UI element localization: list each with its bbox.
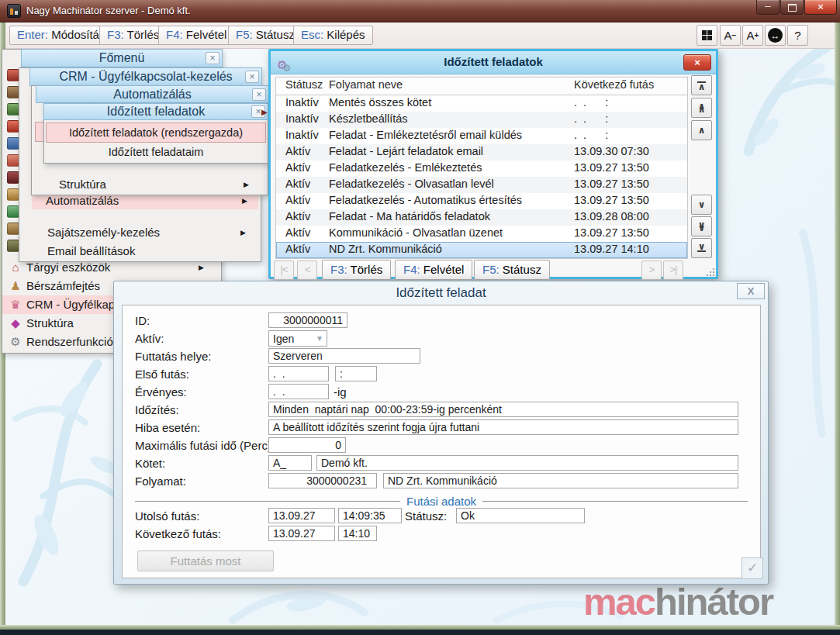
run-status-field[interactable]: Ok [456,508,585,523]
menu-icon [7,120,19,133]
close-icon[interactable]: × [245,71,259,83]
column-header-status: Státusz [285,78,323,91]
first-run-date-field[interactable]: . . [268,366,329,381]
menu-header-automatizalas[interactable]: Automatizálás × [36,85,269,103]
table-row[interactable]: AktívFeladat - Lejárt feladatok email13.… [276,144,687,160]
table-row[interactable]: AktívFeladatkezelés - Emlékeztetés13.09.… [276,160,687,177]
menu-item-email-beallitasok[interactable]: Email beállítások [32,242,258,261]
layout-grid-icon[interactable] [697,25,717,46]
next-run-time-field[interactable]: 14:10 [338,526,377,541]
dialog-close-button[interactable]: X [737,283,765,299]
close-button[interactable]: × [804,0,837,15]
status-button[interactable]: F5: Státusz [228,26,302,45]
nav-last-button[interactable]: >| [663,261,683,280]
scroll-down-icon[interactable]: ∨ [691,195,712,215]
next-run-date-field[interactable]: 13.09.27 [268,526,335,541]
table-row[interactable]: AktívKommunikáció - Olvasatlan üzenet13.… [276,226,687,242]
on-error-field[interactable]: A beállított időzítés szerint fogja újra… [268,419,738,435]
valid-date-field[interactable]: . . [268,384,329,399]
font-decrease-icon[interactable]: A− [720,25,741,46]
font-increase-icon[interactable]: A+ [742,25,763,46]
scroll-up-icon[interactable]: ∧ [691,120,712,140]
menu-icon [7,86,19,98]
table-row[interactable]: AktívFeladat - Ma határidős feladatok13.… [276,209,687,226]
dialog-title: Időzített feladat [114,285,768,301]
chevron-down-icon: ▼ [316,334,323,343]
table-row[interactable]: InaktívMentés összes kötet. . : [276,95,687,112]
timed-task-dialog: Időzített feladat X ID: 3000000011 Aktív… [113,281,769,585]
submenu-arrow-icon: ▶ [242,193,247,209]
gears-icon: ⚙⚙ [277,54,291,79]
process-code-field[interactable]: 3000000231 [268,473,377,488]
first-run-time-field[interactable]: : [335,366,377,381]
footer-add-button[interactable]: F4: Felvétel [395,260,472,280]
table-row[interactable]: InaktívKészletbeállítás. . : [276,112,687,128]
toolbar: Enter: Módosítás F3: Törlés F4: Felvétel… [5,22,835,49]
menu-header-fomenu[interactable]: Főmenü × [21,49,223,67]
delete-button[interactable]: F3: Törlés [99,26,167,45]
scroll-to-top-icon[interactable]: ∧ [691,75,712,95]
menu-item-struktura-auto[interactable]: Struktúra ▶ [35,175,264,194]
volume-name-field[interactable]: Demó kft. [316,455,738,471]
task-window-titlebar[interactable]: ⚙⚙ Időzített feladatok × [271,51,716,74]
system-functions-icon: ⚙ [9,334,22,350]
active-dropdown[interactable]: Igen▼ [268,330,327,347]
menu-item-idozitett-rendszergazda[interactable]: Időzített feladatok (rendszergazda) [46,123,266,143]
menu-item-sajatszemely[interactable]: Sajátszemély-kezelés ▶ [32,223,258,242]
table-row[interactable]: AktívFeladatkezelés - Olvasatlan levél13… [276,177,687,193]
nav-next-button[interactable]: > [641,261,662,280]
page-down-icon[interactable]: ∨∨ [691,216,712,236]
nav-first-button[interactable]: |< [274,261,294,280]
menu-icon [7,171,19,184]
last-run-date-field[interactable]: 13.09.27 [268,508,335,523]
active-label: Aktív: [135,332,164,345]
run-place-field[interactable]: Szerveren [268,348,420,364]
id-field[interactable]: 3000000011 [268,312,347,328]
task-window-close-button[interactable]: × [683,54,711,71]
menu-header-idozitett[interactable]: Időzített feladatok × [43,103,268,120]
confirm-check-icon[interactable]: ✓ [741,557,763,579]
minimize-button[interactable]: ─ [756,0,780,15]
last-run-time-field[interactable]: 14:09:35 [338,508,402,523]
scroll-to-bottom-icon[interactable]: ∨ [691,238,712,258]
next-run-label: Következő futás: [135,527,221,540]
screen-edge [0,630,840,635]
footer-status-button[interactable]: F5: Státusz [474,260,550,280]
table-header: Státusz Folyamat neve Következő futás [276,78,687,95]
first-run-label: Első futás: [135,368,189,381]
modify-button[interactable]: Enter: Módosítás [9,26,112,45]
navigate-icon[interactable]: ↔ [765,25,786,46]
menu-item-idozitett-feladataim[interactable]: Időzített feladataim [46,143,266,163]
maximize-button[interactable] [780,0,804,15]
menu-icon [7,223,19,235]
submenu-open-arrow-icon: ▶ [261,108,268,116]
table-row[interactable]: AktívFeladatkezelés - Automatikus értesí… [276,193,687,209]
resize-grip[interactable] [706,267,714,276]
table-row-selected[interactable]: AktívND Zrt. Kommunikáció13.09.27 14:10 [276,242,687,258]
help-icon[interactable]: ? [787,25,808,46]
fixed-assets-icon: ⌂ [9,260,22,275]
add-button[interactable]: F4: Felvétel [158,26,234,45]
exit-button[interactable]: Esc: Kilépés [293,26,373,45]
volume-code-field[interactable]: A_ [268,455,312,471]
max-runtime-field[interactable]: 0 [268,437,346,453]
payroll-icon: ♟ [9,278,22,294]
menu-icon [7,188,19,201]
submenu-arrow-icon: ▶ [244,176,249,194]
volume-label: Kötet: [135,457,165,470]
column-header-next-run: Következő futás [574,78,654,91]
table-row[interactable]: InaktívFeladat - Emlékeztetésről email k… [276,128,687,144]
run-now-button[interactable]: Futtatás most [137,550,274,571]
page-up-icon[interactable]: ∧∧ [691,98,712,118]
schedule-field[interactable]: Minden naptári nap 00:00-23:59-ig percen… [268,402,738,417]
close-icon[interactable]: × [206,52,220,64]
process-name-field[interactable]: ND Zrt. Kommunikáció [383,473,738,488]
column-header-name: Folyamat neve [329,78,403,91]
footer-delete-button[interactable]: F3: Törlés [322,260,391,280]
structure-icon: ◆ [9,316,22,331]
menu-header-crm[interactable]: CRM - Ügyfélkapcsolat-kezelés × [29,67,262,86]
nav-prev-button[interactable]: < [297,261,317,280]
run-status-label: Státusz: [405,509,447,523]
close-icon[interactable]: × [252,88,266,101]
app-icon [7,4,21,18]
